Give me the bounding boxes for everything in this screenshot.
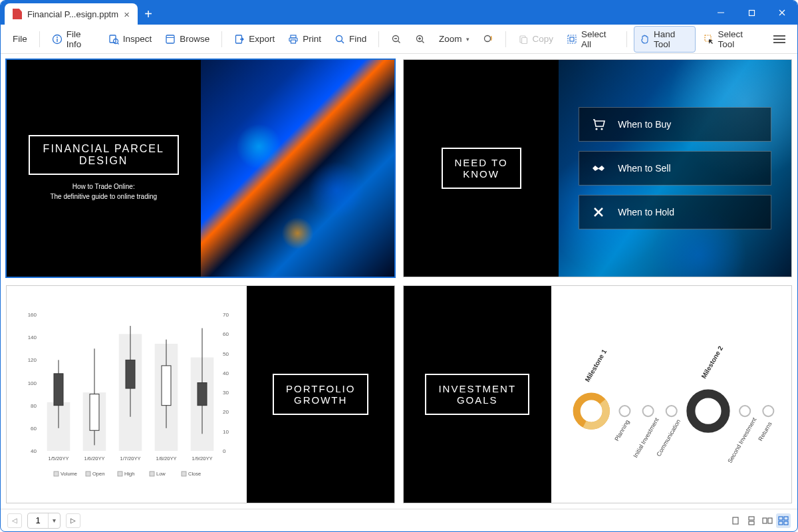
slide-1[interactable]: FINANCIAL PARCEL DESIGN How to Trade Onl… (6, 59, 395, 277)
copy-button: Copy (513, 31, 559, 48)
search-icon (334, 34, 345, 45)
svg-point-25 (484, 35, 490, 41)
svg-text:Volume: Volume (61, 471, 77, 477)
slide-3-title: PORTFOLIO GROWTH (273, 374, 368, 415)
svg-text:Low: Low (156, 471, 166, 477)
svg-text:100: 100 (27, 380, 37, 386)
svg-rect-56 (90, 394, 99, 431)
slide-canvas[interactable]: FINANCIAL PARCEL DESIGN How to Trade Onl… (1, 54, 797, 509)
svg-text:Close: Close (188, 471, 201, 477)
page-number-input[interactable] (28, 515, 48, 525)
slide-3-chart: 4060801001201401600102030405060701/5/20Y… (7, 286, 247, 503)
svg-rect-93 (779, 517, 783, 520)
svg-text:1/7/20YY: 1/7/20YY (120, 456, 140, 462)
select-all-icon (567, 34, 577, 45)
list-item-buy: When to Buy (579, 107, 771, 142)
statusbar: ◁ ▾ ▷ (1, 509, 797, 531)
select-tool-button[interactable]: Select Tool (698, 26, 763, 53)
next-page-button[interactable]: ▷ (66, 513, 80, 528)
svg-text:50: 50 (223, 351, 229, 357)
x-icon (591, 205, 606, 219)
print-button[interactable]: Print (283, 31, 327, 48)
zoom-reset-button[interactable] (477, 31, 499, 48)
file-info-button[interactable]: File Info (47, 26, 100, 53)
slide-3[interactable]: 4060801001201401600102030405060701/5/20Y… (6, 285, 395, 503)
svg-rect-72 (86, 471, 90, 476)
export-button[interactable]: Export (229, 31, 280, 48)
maximize-button[interactable] (736, 1, 767, 25)
svg-rect-1 (749, 10, 754, 15)
svg-rect-89 (749, 517, 754, 520)
list-item-label: When to Buy (618, 119, 671, 130)
file-menu[interactable]: File (7, 31, 33, 47)
slide-2-title: NEED TO KNOW (442, 148, 521, 189)
svg-line-24 (422, 41, 424, 43)
close-tab-icon[interactable]: × (124, 9, 130, 20)
svg-rect-95 (779, 521, 783, 525)
slide-4[interactable]: INVESTMENT GOALS Milestone 1 Milestone 2 (403, 285, 792, 503)
chevron-down-icon[interactable]: ▾ (48, 513, 60, 528)
svg-text:40: 40 (31, 448, 37, 454)
handshake-icon (591, 161, 606, 176)
copy-icon (518, 34, 529, 45)
zoom-reset-icon (483, 34, 493, 45)
svg-point-85 (690, 394, 725, 428)
zoom-in-button[interactable] (410, 31, 431, 48)
zoom-menu[interactable]: Zoom ▾ (434, 31, 475, 47)
svg-line-9 (117, 43, 118, 44)
close-window-button[interactable] (767, 1, 797, 25)
document-tab[interactable]: Financial P...esign.pptm × (5, 3, 138, 25)
prev-page-button[interactable]: ◁ (7, 513, 22, 528)
chevron-down-icon: ▾ (466, 36, 469, 43)
svg-text:120: 120 (27, 357, 37, 363)
svg-rect-88 (733, 517, 738, 524)
svg-text:10: 10 (223, 429, 229, 435)
svg-rect-28 (568, 35, 576, 43)
find-button[interactable]: Find (329, 31, 372, 48)
list-item-sell: When to Sell (579, 151, 771, 186)
svg-rect-96 (784, 521, 788, 525)
svg-point-86 (739, 406, 750, 416)
svg-point-82 (619, 406, 630, 416)
titlebar: Financial P...esign.pptm × + (1, 1, 797, 25)
view-two-page-button[interactable] (760, 513, 775, 528)
browse-button[interactable]: Browse (160, 31, 215, 48)
svg-text:60: 60 (223, 331, 229, 337)
page-number-combo[interactable]: ▾ (27, 513, 61, 529)
cart-icon (591, 117, 606, 132)
minimize-button[interactable] (706, 1, 736, 25)
svg-text:30: 30 (223, 390, 229, 396)
hamburger-menu[interactable] (768, 32, 791, 47)
slide-2[interactable]: NEED TO KNOW When to Buy When to Sell Wh… (403, 59, 792, 277)
list-item-hold: When to Hold (579, 195, 771, 229)
svg-rect-27 (521, 37, 527, 43)
export-icon (234, 34, 245, 45)
svg-rect-64 (162, 366, 171, 406)
svg-point-5 (57, 37, 58, 38)
new-tab-button[interactable]: + (138, 3, 159, 25)
info-icon (52, 34, 63, 45)
svg-rect-52 (54, 374, 63, 406)
select-all-button[interactable]: Select All (561, 26, 620, 53)
zoom-out-button[interactable] (386, 31, 407, 48)
svg-rect-29 (570, 37, 574, 41)
zoom-out-icon (391, 34, 402, 45)
svg-text:80: 80 (31, 403, 37, 409)
view-grid-button[interactable] (776, 513, 791, 528)
svg-rect-92 (768, 518, 772, 523)
view-continuous-button[interactable] (744, 513, 759, 528)
svg-text:20: 20 (223, 409, 229, 415)
slide-1-image (201, 60, 395, 277)
document-icon (13, 9, 22, 19)
svg-text:Open: Open (92, 471, 104, 477)
svg-text:70: 70 (223, 312, 229, 318)
svg-point-31 (596, 128, 598, 130)
svg-text:1/9/20YY: 1/9/20YY (192, 456, 212, 462)
toolbar: File File Info Inspect Browse Export Pri… (1, 25, 797, 54)
svg-line-17 (341, 41, 344, 43)
svg-point-83 (642, 406, 653, 416)
inspect-button[interactable]: Inspect (103, 31, 158, 48)
view-single-button[interactable] (728, 513, 743, 528)
menu-icon (773, 35, 785, 43)
hand-tool-button[interactable]: Hand Tool (634, 26, 696, 53)
